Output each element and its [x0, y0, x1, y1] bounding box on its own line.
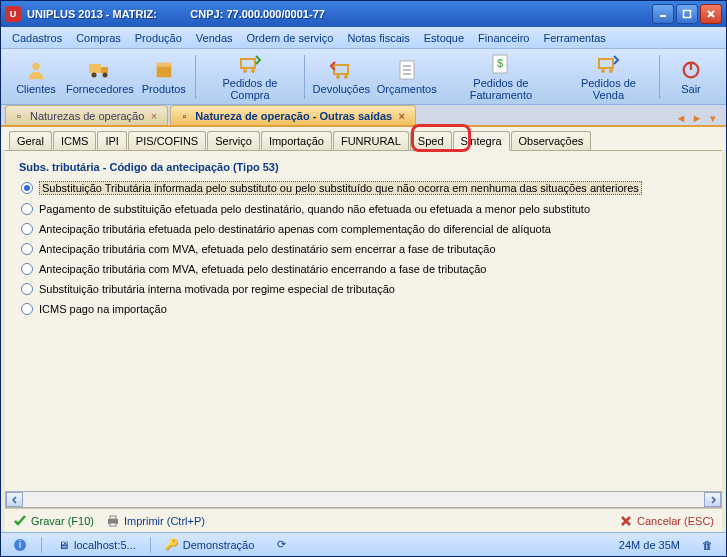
- window-icon: ▫: [12, 109, 26, 123]
- tool-orcamentos[interactable]: Orçamentos: [373, 56, 440, 97]
- tool-sair[interactable]: Sair: [664, 56, 718, 97]
- minimize-button[interactable]: [652, 4, 674, 24]
- tab-sintegra[interactable]: Sintegra: [453, 131, 510, 151]
- title-text: UNIPLUS 2013 - MATRIZ: CNPJ: 77.000.000/…: [27, 7, 652, 21]
- check-icon: [13, 514, 27, 528]
- tool-produtos[interactable]: Produtos: [137, 56, 191, 97]
- svg-text:i: i: [19, 538, 21, 550]
- menu-producao[interactable]: Produção: [128, 30, 189, 46]
- cart-out-icon: [594, 52, 622, 76]
- info-icon: i: [13, 538, 27, 552]
- title-cnpj: CNPJ: 77.000.000/0001-77: [190, 8, 325, 20]
- close-tab-icon[interactable]: ×: [148, 110, 159, 121]
- tab-menu-icon[interactable]: ▾: [706, 111, 720, 125]
- svg-point-4: [32, 63, 39, 70]
- svg-point-16: [344, 75, 348, 79]
- form-tabs: Geral ICMS IPI PIS/COFINS Serviço Import…: [1, 127, 726, 150]
- tab-ipi[interactable]: IPI: [97, 131, 126, 150]
- app-name: UNIPLUS 2013 - MATRIZ:: [27, 8, 157, 20]
- svg-point-15: [336, 75, 340, 79]
- status-gc[interactable]: 🗑: [694, 538, 720, 552]
- person-icon: [22, 58, 50, 82]
- close-button[interactable]: [700, 4, 722, 24]
- tab-piscofins[interactable]: PIS/COFINS: [128, 131, 206, 150]
- maximize-button[interactable]: [676, 4, 698, 24]
- horizontal-scrollbar[interactable]: [5, 491, 722, 508]
- svg-text:$: $: [497, 57, 503, 69]
- status-memory: 24M de 35M: [613, 539, 686, 551]
- tab-icms[interactable]: ICMS: [53, 131, 97, 150]
- menu-compras[interactable]: Compras: [69, 30, 128, 46]
- return-icon: [327, 58, 355, 82]
- titlebar: U UNIPLUS 2013 - MATRIZ: CNPJ: 77.000.00…: [1, 1, 726, 27]
- menu-vendas[interactable]: Vendas: [189, 30, 240, 46]
- tab-observacoes[interactable]: Observações: [511, 131, 592, 150]
- status-refresh[interactable]: ⟳: [268, 538, 294, 552]
- scroll-left-button[interactable]: [6, 492, 23, 507]
- menu-ferramentas[interactable]: Ferramentas: [536, 30, 612, 46]
- separator: [659, 55, 660, 99]
- radio-icon: [21, 203, 33, 215]
- tab-servico[interactable]: Serviço: [207, 131, 260, 150]
- printer-icon: [106, 514, 120, 528]
- svg-rect-11: [241, 59, 255, 68]
- svg-rect-5: [89, 64, 101, 73]
- tab-geral[interactable]: Geral: [9, 131, 52, 150]
- radio-icon: [21, 243, 33, 255]
- radio-option-6[interactable]: ICMS pago na importação: [21, 303, 708, 315]
- refresh-icon: ⟳: [274, 538, 288, 552]
- radio-icon: [21, 303, 33, 315]
- radio-option-1[interactable]: Pagamento de substituição efetuada pelo …: [21, 203, 708, 215]
- status-demo: 🔑Demonstração: [159, 538, 261, 552]
- svg-rect-23: [599, 59, 613, 68]
- radio-option-5[interactable]: Substituição tributária interna motivada…: [21, 283, 708, 295]
- tab-importacao[interactable]: Importação: [261, 131, 332, 150]
- svg-rect-14: [334, 65, 348, 74]
- radio-option-0[interactable]: Substituição Tributária informada pelo s…: [21, 181, 708, 195]
- action-bar: Gravar (F10) Imprimir (Ctrl+P) Cancelar …: [5, 508, 722, 532]
- print-button[interactable]: Imprimir (Ctrl+P): [106, 514, 205, 528]
- tab-prev-icon[interactable]: ◄: [674, 111, 688, 125]
- tool-fornecedores[interactable]: Fornecedores: [63, 56, 137, 97]
- scroll-right-button[interactable]: [704, 492, 721, 507]
- radio-icon: [21, 182, 33, 194]
- scroll-track[interactable]: [23, 492, 704, 507]
- menu-ordem-servico[interactable]: Ordem de serviço: [240, 30, 341, 46]
- radio-option-3[interactable]: Antecipação tributária com MVA, efetuada…: [21, 243, 708, 255]
- tab-funrural[interactable]: FUNRURAL: [333, 131, 409, 150]
- tool-clientes[interactable]: Clientes: [9, 56, 63, 97]
- svg-rect-10: [156, 63, 171, 67]
- radio-option-4[interactable]: Antecipação tributária com MVA, efetuada…: [21, 263, 708, 275]
- form-icon: ▫: [177, 109, 191, 123]
- tool-pedidos-venda[interactable]: Pedidos de Venda: [562, 50, 655, 103]
- save-button[interactable]: Gravar (F10): [13, 514, 94, 528]
- menu-cadastros[interactable]: Cadastros: [5, 30, 69, 46]
- tab-sped[interactable]: Sped: [410, 131, 452, 150]
- cart-in-icon: [236, 52, 264, 76]
- document-icon: [393, 58, 421, 82]
- doctab-natureza-edit[interactable]: ▫ Natureza de operação - Outras saídas ×: [170, 105, 416, 125]
- separator: [304, 55, 305, 99]
- status-host: 🖥localhost:5...: [50, 538, 142, 552]
- tool-pedidos-fat[interactable]: $Pedidos de Faturamento: [440, 50, 562, 103]
- power-icon: [677, 58, 705, 82]
- svg-rect-29: [110, 516, 116, 519]
- tool-pedidos-compra[interactable]: Pedidos de Compra: [200, 50, 301, 103]
- monitor-icon: 🖥: [56, 538, 70, 552]
- tab-next-icon[interactable]: ►: [690, 111, 704, 125]
- status-info[interactable]: i: [7, 538, 33, 552]
- close-tab-icon[interactable]: ×: [396, 110, 407, 121]
- key-icon: 🔑: [165, 538, 179, 552]
- tool-devolucoes[interactable]: Devoluções: [309, 56, 373, 97]
- x-icon: [619, 514, 633, 528]
- menu-notas-fiscais[interactable]: Notas fiscais: [340, 30, 416, 46]
- menu-financeiro[interactable]: Financeiro: [471, 30, 536, 46]
- cancel-button[interactable]: Cancelar (ESC): [619, 514, 714, 528]
- radio-option-2[interactable]: Antecipação tributária efetuada pelo des…: [21, 223, 708, 235]
- svg-rect-9: [156, 66, 171, 77]
- statusbar: i 🖥localhost:5... 🔑Demonstração ⟳ 24M de…: [1, 532, 726, 556]
- doctab-naturezas-list[interactable]: ▫ Naturezas de operação ×: [5, 105, 168, 125]
- menu-estoque[interactable]: Estoque: [417, 30, 471, 46]
- tab-content: Subs. tributária - Código da antecipação…: [5, 150, 722, 491]
- radio-icon: [21, 223, 33, 235]
